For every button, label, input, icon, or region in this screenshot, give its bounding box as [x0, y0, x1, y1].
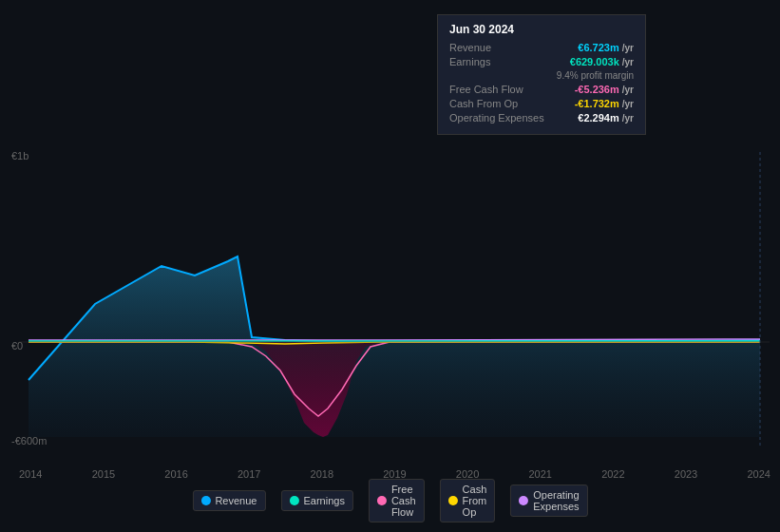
legend-dot-revenue: [200, 496, 210, 505]
tooltip-profit-margin: 9.4% profit margin: [557, 70, 634, 81]
tooltip-label-earnings: Earnings: [449, 56, 490, 67]
legend-item-opex[interactable]: Operating Expenses: [510, 484, 587, 517]
tooltip-row-cashop: Cash From Op -€1.732m/yr: [449, 98, 634, 109]
tooltip-label-cashop: Cash From Op: [449, 98, 518, 109]
x-label-2015: 2015: [92, 468, 115, 480]
x-label-2022: 2022: [601, 468, 624, 480]
tooltip-label-revenue: Revenue: [449, 42, 491, 53]
tooltip-value-cashop: -€1.732m/yr: [575, 98, 634, 109]
legend-item-cashop[interactable]: Cash From Op: [440, 479, 496, 522]
tooltip-value-opex: €2.294m/yr: [578, 112, 634, 124]
x-label-2023: 2023: [675, 468, 697, 480]
legend: Revenue Earnings Free Cash Flow Cash Fro…: [192, 479, 587, 522]
tooltip-row-revenue: Revenue €6.723m/yr: [449, 42, 634, 53]
x-label-2016: 2016: [164, 468, 187, 480]
legend-item-earnings[interactable]: Earnings: [280, 490, 352, 511]
tooltip-label-opex: Operating Expenses: [449, 112, 544, 124]
legend-dot-cashop: [448, 496, 458, 505]
tooltip-row-fcf: Free Cash Flow -€5.236m/yr: [449, 84, 634, 95]
legend-item-fcf[interactable]: Free Cash Flow: [369, 479, 425, 522]
legend-label-earnings: Earnings: [303, 495, 344, 506]
legend-item-revenue[interactable]: Revenue: [192, 490, 265, 511]
tooltip-box: Jun 30 2024 Revenue €6.723m/yr Earnings …: [437, 14, 646, 135]
legend-dot-fcf: [377, 496, 387, 505]
chart-svg: [0, 152, 780, 446]
x-label-2024: 2024: [747, 468, 770, 480]
legend-label-cashop: Cash From Op: [463, 484, 487, 518]
tooltip-row-margin: 9.4% profit margin: [449, 70, 634, 81]
tooltip-value-earnings: €629.003k/yr: [570, 56, 634, 67]
legend-label-revenue: Revenue: [215, 495, 257, 506]
legend-label-opex: Operating Expenses: [533, 489, 579, 512]
chart-container: Jun 30 2024 Revenue €6.723m/yr Earnings …: [0, 0, 780, 532]
legend-label-fcf: Free Cash Flow: [391, 484, 416, 518]
tooltip-date: Jun 30 2024: [449, 23, 634, 36]
legend-dot-earnings: [289, 496, 298, 505]
x-label-2014: 2014: [19, 468, 42, 480]
tooltip-row-earnings: Earnings €629.003k/yr: [449, 56, 634, 67]
tooltip-value-revenue: €6.723m/yr: [578, 42, 634, 53]
tooltip-label-fcf: Free Cash Flow: [449, 84, 523, 95]
legend-dot-opex: [519, 496, 528, 505]
tooltip-row-opex: Operating Expenses €2.294m/yr: [449, 112, 634, 124]
tooltip-value-fcf: -€5.236m/yr: [575, 84, 634, 95]
